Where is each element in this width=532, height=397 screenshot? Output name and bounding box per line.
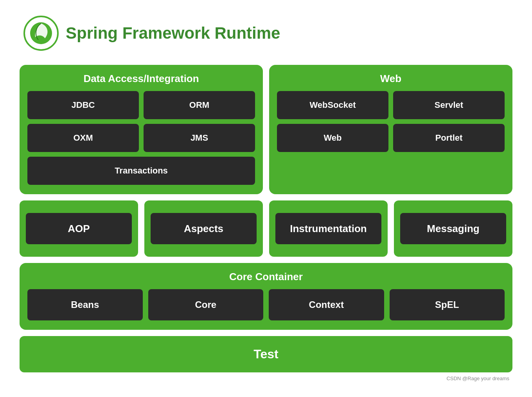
aop-box: AOP [26, 213, 132, 244]
websocket-box: WebSocket [277, 91, 388, 119]
spring-logo-icon [23, 16, 59, 51]
web-grid: WebSocket Servlet Web Portlet [277, 91, 505, 152]
beans-box: Beans [27, 289, 143, 320]
aop-cell: AOP [20, 200, 138, 257]
data-access-grid: JDBC ORM OXM JMS Transactions [27, 91, 255, 185]
jms-box: JMS [144, 124, 255, 152]
jdbc-box: JDBC [27, 91, 139, 119]
data-access-panel: Data Access/Integration JDBC ORM OXM JMS… [20, 65, 263, 194]
messaging-cell: Messaging [394, 200, 512, 257]
context-box: Context [269, 289, 384, 320]
instrumentation-box: Instrumentation [275, 213, 381, 244]
core-container-title: Core Container [27, 271, 505, 283]
web-box: Web [277, 124, 388, 152]
servlet-box: Servlet [393, 91, 505, 119]
header: Spring Framework Runtime [20, 16, 512, 51]
top-row: Data Access/Integration JDBC ORM OXM JMS… [20, 65, 512, 194]
orm-box: ORM [144, 91, 255, 119]
watermark: CSDN @Rage your dreams [20, 376, 512, 381]
transactions-box: Transactions [27, 157, 255, 185]
instrumentation-cell: Instrumentation [269, 200, 388, 257]
page-wrapper: Spring Framework Runtime Data Access/Int… [20, 8, 512, 389]
web-panel: Web WebSocket Servlet Web Portlet [269, 65, 512, 194]
test-title: Test [27, 347, 505, 361]
spel-box: SpEL [390, 289, 505, 320]
test-panel: Test [20, 336, 512, 372]
diagram: Data Access/Integration JDBC ORM OXM JMS… [20, 65, 512, 372]
portlet-box: Portlet [393, 124, 505, 152]
oxm-box: OXM [27, 124, 139, 152]
aspects-cell: Aspects [144, 200, 263, 257]
core-container-panel: Core Container Beans Core Context SpEL [20, 263, 512, 330]
aspects-box: Aspects [151, 213, 257, 244]
data-access-title: Data Access/Integration [27, 73, 255, 85]
core-box: Core [148, 289, 264, 320]
messaging-box: Messaging [400, 213, 506, 244]
page-title: Spring Framework Runtime [66, 24, 280, 43]
core-container-grid: Beans Core Context SpEL [27, 289, 505, 320]
web-title: Web [277, 73, 505, 85]
middle-row: AOP Aspects Instrumentation Messaging [20, 200, 512, 257]
